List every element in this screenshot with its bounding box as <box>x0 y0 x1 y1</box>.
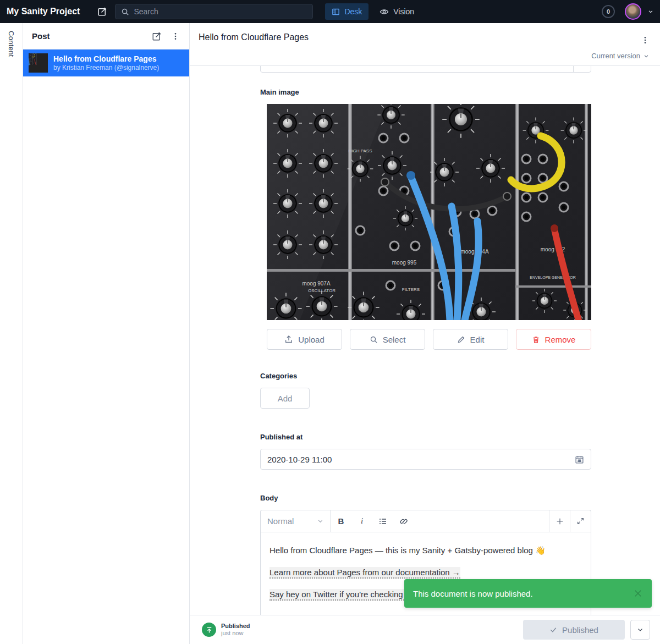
bullet-list-icon <box>378 517 387 526</box>
remove-button-label: Remove <box>545 335 576 344</box>
compose-icon <box>97 7 107 16</box>
version-label: Current version <box>591 52 640 60</box>
compose-button[interactable] <box>94 3 111 20</box>
dots-vertical-icon <box>171 32 180 41</box>
create-new-document-button[interactable] <box>147 27 166 46</box>
document-footer: Published just now Published <box>190 615 660 644</box>
publish-status-title: Published <box>221 623 250 630</box>
expand-icon <box>576 517 585 525</box>
upload-button-label: Upload <box>298 335 324 344</box>
published-at-input[interactable] <box>267 455 569 464</box>
calendar-icon[interactable] <box>575 455 584 464</box>
bold-button[interactable]: B <box>331 510 351 532</box>
publish-status: Published just now <box>202 623 250 637</box>
post-item-title: Hello from Cloudflare Pages <box>53 54 159 64</box>
chevron-down-icon <box>644 53 649 59</box>
bullet-list-button[interactable] <box>372 510 393 532</box>
edit-button[interactable]: Edit <box>433 329 508 350</box>
tab-desk[interactable]: Desk <box>325 3 369 20</box>
content-pane-tab[interactable]: Content <box>0 23 23 644</box>
main-image-label: Main image <box>260 88 591 96</box>
search-icon <box>121 8 129 16</box>
expand-editor-button[interactable] <box>570 510 591 532</box>
search-bar[interactable] <box>115 4 313 19</box>
top-navbar: My Sanity Project Desk Vision 0 <box>0 0 660 23</box>
post-item-thumbnail <box>29 53 48 73</box>
post-item-subtitle: by Kristian Freeman (@signalnerve) <box>53 64 159 72</box>
check-icon <box>549 626 557 634</box>
workspace: Content Post Hello from Cloudflare Pages <box>0 23 660 644</box>
eye-icon <box>380 7 389 16</box>
toast-message: This document is now published. <box>413 589 633 598</box>
document-form-scroll: Main image Upload <box>190 66 660 644</box>
plus-icon <box>556 517 564 526</box>
pane-title: Post <box>32 31 147 41</box>
pane-menu-button[interactable] <box>166 27 185 46</box>
publish-status-time: just now <box>221 630 250 637</box>
dots-vertical-icon <box>641 36 650 45</box>
publish-menu-button[interactable] <box>630 620 650 640</box>
select-button[interactable]: Select <box>350 329 425 350</box>
trash-icon <box>532 335 540 344</box>
link-icon <box>399 517 408 526</box>
tab-vision[interactable]: Vision <box>373 3 421 20</box>
document-header: Hello from Cloudflare Pages Current vers… <box>190 23 660 66</box>
categories-label: Categories <box>260 372 591 380</box>
select-button-label: Select <box>383 335 406 344</box>
validation-badge[interactable]: 0 <box>602 5 615 18</box>
document-title: Hello from Cloudflare Pages <box>199 31 636 42</box>
publish-icon <box>202 623 216 637</box>
post-list-item[interactable]: Hello from Cloudflare Pages by Kristian … <box>23 49 189 76</box>
published-button[interactable]: Published <box>523 620 625 640</box>
text-style-value: Normal <box>267 516 313 526</box>
upload-icon <box>284 335 293 344</box>
search-input[interactable] <box>134 7 307 16</box>
content-pane-label: Content <box>7 31 15 644</box>
edit-button-label: Edit <box>470 335 485 344</box>
project-title: My Sanity Project <box>7 7 80 16</box>
chevron-down-icon <box>317 518 323 524</box>
add-category-button[interactable]: Add <box>260 388 310 409</box>
upload-button[interactable]: Upload <box>267 329 342 350</box>
main-image-preview[interactable] <box>267 104 591 320</box>
compose-icon <box>152 31 162 41</box>
document-pane: Hello from Cloudflare Pages Current vers… <box>190 23 660 644</box>
close-icon[interactable] <box>633 588 643 598</box>
publish-toast: This document is now published. <box>404 579 652 608</box>
remove-button[interactable]: Remove <box>516 329 591 350</box>
body-label: Body <box>260 494 591 502</box>
clipped-field-above[interactable] <box>260 66 591 73</box>
italic-button[interactable]: i <box>351 510 372 532</box>
insert-block-button[interactable] <box>549 510 570 532</box>
text-style-select[interactable]: Normal <box>261 510 331 532</box>
published-at-field <box>260 449 591 470</box>
chevron-down-icon <box>637 626 644 633</box>
search-icon <box>370 335 378 344</box>
body-paragraph: Hello from Cloudflare Pages — this is my… <box>270 544 582 557</box>
published-button-label: Published <box>562 625 598 635</box>
post-list-pane: Post Hello from Cloudflare Pages by Kris… <box>23 23 190 644</box>
tab-desk-label: Desk <box>344 7 362 16</box>
avatar[interactable] <box>625 3 641 20</box>
desk-icon <box>332 8 340 16</box>
version-selector[interactable]: Current version <box>591 52 649 60</box>
post-pane-header: Post <box>23 23 189 49</box>
pencil-icon <box>457 335 465 344</box>
tab-vision-label: Vision <box>393 7 414 16</box>
editor-toolbar: Normal B i <box>261 510 591 532</box>
link-button[interactable] <box>393 510 414 532</box>
published-at-label: Published at <box>260 433 591 441</box>
body-link: Learn more about Pages from our document… <box>270 567 460 579</box>
chevron-down-icon[interactable] <box>648 9 653 14</box>
document-menu-button[interactable] <box>636 31 654 49</box>
